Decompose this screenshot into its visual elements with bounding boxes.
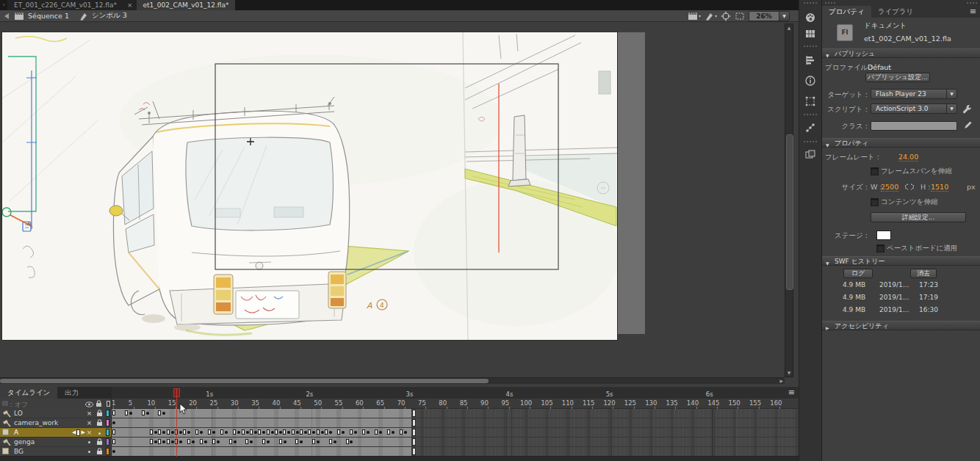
vertical-scroll-thumb[interactable] [786, 134, 793, 290]
layer-frames-camera_work[interactable] [112, 418, 799, 428]
panel-menu-icon[interactable]: ≡ [970, 7, 976, 16]
layer-name[interactable]: BG [14, 447, 24, 456]
keyframe-dot[interactable] [246, 431, 249, 434]
scale-content-checkbox[interactable] [871, 198, 879, 206]
back-icon[interactable] [3, 12, 10, 20]
stage[interactable]: A 4 [2, 32, 617, 340]
keyframe-dot[interactable] [217, 440, 220, 443]
pencil-icon[interactable] [963, 120, 973, 131]
empty-keyframe[interactable] [167, 439, 170, 444]
layer-outline-color-swatch[interactable] [106, 410, 109, 417]
symbol-name[interactable]: シンボル 3 [92, 11, 127, 21]
layer-outline-color-swatch[interactable] [106, 419, 109, 426]
empty-keyframe[interactable] [125, 410, 128, 415]
dock-grip[interactable] [804, 2, 817, 4]
swf-history-row[interactable]: 4.9 MB2019/1...17:23 [822, 281, 980, 291]
swatches-icon[interactable] [804, 28, 816, 40]
dropdown-arrow-icon[interactable]: ▼ [946, 90, 956, 98]
empty-keyframe[interactable] [142, 410, 145, 415]
keyframe-dot[interactable] [321, 431, 324, 434]
tab-timeline[interactable]: タイムライン [0, 387, 57, 399]
link-dimensions-icon[interactable] [904, 183, 915, 192]
empty-keyframe[interactable] [229, 439, 232, 444]
layer-name[interactable]: camera_work [14, 418, 58, 427]
dock-grip[interactable] [804, 141, 817, 142]
empty-keyframe[interactable] [195, 429, 198, 435]
empty-keyframe[interactable] [200, 439, 203, 444]
layer-hidden-icon[interactable]: × [84, 428, 94, 437]
empty-keyframe[interactable] [350, 429, 353, 435]
layer-row-LO[interactable]: LO× [0, 409, 112, 418]
empty-keyframe[interactable] [112, 410, 115, 415]
show-hide-all-icon[interactable] [85, 401, 93, 409]
empty-keyframe[interactable] [242, 429, 245, 435]
layer-outline-color-swatch[interactable] [106, 438, 109, 446]
empty-keyframe[interactable] [292, 429, 295, 435]
canvas-horizontal-scrollbar[interactable]: ▶ [0, 377, 785, 384]
wrench-icon[interactable] [962, 104, 972, 115]
keyframe-dot[interactable] [154, 431, 157, 434]
apply-pasteboard-checkbox[interactable] [876, 244, 884, 253]
keyframe-dot[interactable] [271, 431, 274, 434]
scroll-down-icon[interactable]: ▼ [785, 369, 793, 377]
keyframe-dot[interactable] [171, 440, 174, 443]
scene-name[interactable]: Séquence 1 [28, 12, 69, 20]
empty-keyframe[interactable] [387, 429, 390, 435]
clapperboard-icon[interactable] [14, 12, 24, 21]
empty-keyframe[interactable] [150, 429, 153, 435]
align-icon[interactable] [804, 54, 816, 66]
keyframe-dot[interactable] [171, 431, 174, 434]
empty-keyframe[interactable] [325, 429, 328, 435]
keyframe-dot[interactable] [317, 440, 320, 443]
advanced-settings-button[interactable]: 詳細設定... [871, 212, 966, 222]
empty-keyframe[interactable] [183, 429, 186, 435]
layer-visible-dot[interactable] [84, 438, 94, 446]
keyframe-dot[interactable] [179, 440, 182, 443]
section-properties[interactable]: ▼ プロパティ [822, 138, 980, 148]
center-stage-icon[interactable] [721, 11, 731, 21]
empty-keyframe[interactable] [329, 439, 332, 444]
panel-grip[interactable] [967, 2, 977, 4]
width-value[interactable]: 2500 [881, 183, 898, 192]
empty-keyframe[interactable] [233, 429, 236, 435]
section-swf-history[interactable]: ▼ SWF ヒストリー [822, 256, 980, 266]
empty-keyframe[interactable] [212, 439, 215, 444]
target-dropdown[interactable]: Flash Player 23 ▼ [871, 89, 957, 99]
layer-frames-LO[interactable] [112, 409, 799, 418]
framerate-value[interactable]: 24.00 [898, 153, 918, 161]
keyframe-dot[interactable] [296, 431, 299, 434]
edit-symbol-icon[interactable] [79, 12, 88, 21]
zoom-level-dropdown[interactable]: 26% ▼ [749, 11, 790, 21]
empty-keyframe[interactable] [250, 429, 253, 435]
keyframe-dot[interactable] [279, 431, 282, 434]
frame-number-ruler[interactable]: 1510152025303540455055606570758085909510… [112, 399, 799, 409]
timeline-ruler[interactable]: : オフ 15101520253035404550556065707580859… [0, 399, 799, 409]
empty-keyframe[interactable] [346, 439, 349, 444]
keyframe-dot[interactable] [154, 440, 157, 443]
transform-icon[interactable] [804, 95, 816, 107]
stage-color-swatch[interactable] [876, 230, 891, 240]
empty-keyframe[interactable] [262, 439, 265, 444]
layer-lock-icon[interactable] [95, 438, 104, 447]
swf-history-row[interactable]: 4.9 MB2019/1...17:19 [822, 294, 980, 304]
clip-frame-icon[interactable] [735, 12, 745, 21]
empty-keyframe[interactable] [158, 429, 161, 435]
layer-outline-color-swatch[interactable] [106, 429, 109, 436]
scene-menu-icon[interactable]: ▾ [688, 12, 701, 21]
layer-name[interactable]: genga [14, 438, 35, 446]
layer-lock-icon[interactable] [95, 410, 104, 418]
dropdown-arrow-icon[interactable]: ▼ [946, 104, 956, 113]
section-publish[interactable]: ▼ パブリッシュ [822, 48, 980, 58]
layer-row-genga[interactable]: genga [0, 438, 112, 447]
clear-button[interactable]: 消去 [910, 269, 937, 278]
empty-keyframe[interactable] [300, 429, 303, 435]
playhead-line[interactable] [176, 389, 177, 457]
layer-row-A[interactable]: A◀▶× [0, 428, 112, 438]
layer-visible-dot[interactable] [84, 447, 94, 456]
scroll-right-icon[interactable]: ▶ [779, 378, 783, 384]
layer-frame-nav[interactable]: ◀▶ [72, 428, 85, 437]
layer-row-camera_work[interactable]: camera_work× [0, 418, 112, 428]
zoom-dropdown-arrow-icon[interactable]: ▼ [779, 12, 789, 21]
tab-output[interactable]: 出力 [57, 387, 86, 399]
empty-keyframe[interactable] [112, 439, 115, 444]
